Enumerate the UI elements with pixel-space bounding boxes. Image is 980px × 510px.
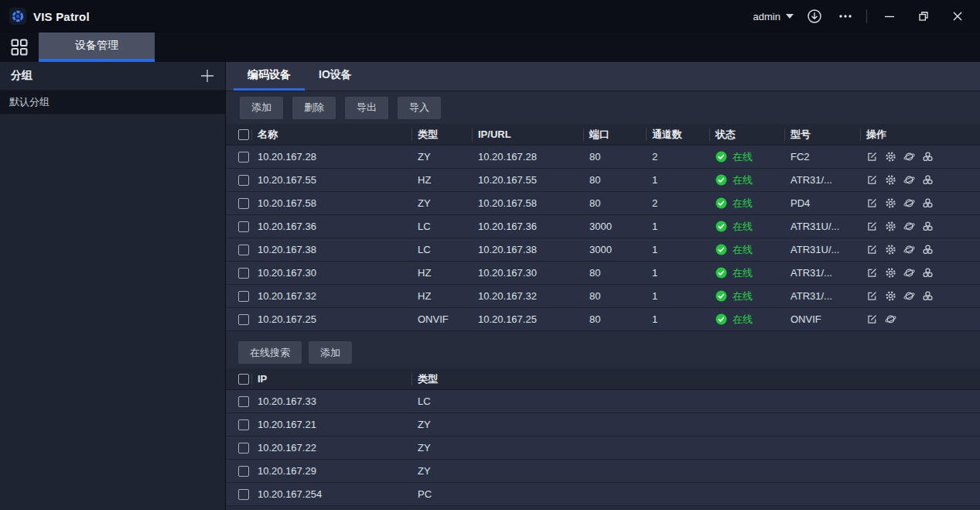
column-header-type: 类型 bbox=[412, 373, 980, 385]
settings-icon[interactable] bbox=[885, 267, 896, 279]
row-checkbox[interactable] bbox=[238, 489, 249, 500]
group-icon[interactable] bbox=[922, 197, 934, 209]
add-device-button[interactable]: 添加 bbox=[240, 97, 283, 119]
channel-icon[interactable] bbox=[903, 221, 915, 232]
settings-icon[interactable] bbox=[885, 290, 896, 302]
searched-ip: 10.20.167.22 bbox=[252, 442, 412, 454]
download-icon[interactable] bbox=[804, 6, 825, 26]
restore-button[interactable] bbox=[912, 5, 935, 27]
device-ip: 10.20.167.32 bbox=[473, 290, 584, 302]
edit-icon[interactable] bbox=[866, 151, 878, 163]
select-all-search-checkbox[interactable] bbox=[238, 374, 249, 385]
table-row[interactable]: 10.20.167.33 LC bbox=[226, 390, 980, 413]
group-icon[interactable] bbox=[922, 174, 934, 186]
group-icon[interactable] bbox=[922, 267, 934, 279]
tab-encoding-devices[interactable]: 编码设备 bbox=[234, 62, 305, 91]
table-row[interactable]: 10.20.167.21 ZY bbox=[226, 413, 980, 436]
row-checkbox[interactable] bbox=[238, 152, 249, 163]
row-checkbox[interactable] bbox=[238, 419, 249, 430]
table-row[interactable]: 10.20.167.36 LC 10.20.167.36 3000 1 在线 A… bbox=[226, 215, 980, 238]
table-row[interactable]: 10.20.167.254 PC bbox=[226, 483, 980, 506]
edit-icon[interactable] bbox=[866, 221, 878, 232]
row-operations bbox=[861, 290, 980, 302]
device-model: ATR31/... bbox=[785, 267, 861, 279]
table-row[interactable]: 10.20.167.29 ZY bbox=[226, 460, 980, 483]
edit-icon[interactable] bbox=[866, 313, 878, 325]
row-checkbox[interactable] bbox=[238, 221, 249, 232]
table-row[interactable]: 10.20.167.55 HZ 10.20.167.55 80 1 在线 ATR… bbox=[226, 169, 980, 192]
online-search-button[interactable]: 在线搜索 bbox=[238, 341, 302, 364]
close-button[interactable] bbox=[946, 5, 969, 27]
import-button[interactable]: 导入 bbox=[398, 97, 441, 119]
row-checkbox[interactable] bbox=[238, 198, 249, 209]
group-icon[interactable] bbox=[922, 221, 934, 232]
select-all-checkbox[interactable] bbox=[238, 129, 249, 140]
row-checkbox[interactable] bbox=[238, 291, 249, 302]
device-status: 在线 bbox=[710, 243, 785, 257]
window-tab-device-management[interactable]: 设备管理 bbox=[39, 33, 155, 62]
edit-icon[interactable] bbox=[866, 197, 878, 209]
settings-icon[interactable] bbox=[885, 197, 896, 209]
channel-icon[interactable] bbox=[903, 151, 915, 163]
channel-icon[interactable] bbox=[903, 197, 915, 209]
group-icon[interactable] bbox=[922, 151, 934, 163]
delete-device-button[interactable]: 删除 bbox=[292, 97, 336, 119]
device-toolbar: 添加 删除 导出 导入 bbox=[226, 91, 980, 124]
table-row[interactable]: 10.20.167.28 ZY 10.20.167.28 80 2 在线 FC2 bbox=[226, 145, 980, 169]
device-type: HZ bbox=[412, 290, 473, 302]
device-status: 在线 bbox=[710, 173, 785, 187]
row-checkbox[interactable] bbox=[238, 396, 249, 407]
row-checkbox[interactable] bbox=[238, 314, 249, 325]
table-row[interactable]: 10.20.167.22 ZY bbox=[226, 436, 980, 460]
searched-type: ZY bbox=[412, 419, 980, 430]
channel-icon[interactable] bbox=[903, 267, 915, 279]
settings-icon[interactable] bbox=[885, 174, 896, 186]
more-options-icon[interactable] bbox=[835, 6, 855, 26]
device-channels: 2 bbox=[647, 151, 710, 163]
user-menu[interactable]: admin bbox=[753, 11, 794, 22]
group-icon[interactable] bbox=[922, 244, 934, 255]
minimize-button[interactable] bbox=[878, 5, 901, 27]
device-channels: 1 bbox=[647, 267, 710, 279]
row-operations bbox=[861, 313, 980, 325]
tab-io-devices[interactable]: IO设备 bbox=[305, 62, 366, 91]
row-checkbox[interactable] bbox=[238, 245, 249, 255]
app-grid-icon[interactable] bbox=[0, 33, 39, 62]
export-button[interactable]: 导出 bbox=[345, 97, 388, 119]
settings-icon[interactable] bbox=[885, 151, 896, 163]
edit-icon[interactable] bbox=[866, 244, 878, 255]
add-searched-button[interactable]: 添加 bbox=[309, 341, 352, 364]
add-group-button[interactable] bbox=[200, 69, 214, 83]
sidebar-item-default-group[interactable]: 默认分组 bbox=[0, 91, 225, 115]
online-status-icon bbox=[715, 197, 727, 209]
row-checkbox[interactable] bbox=[238, 268, 249, 279]
table-row[interactable]: 10.20.167.25 ONVIF 10.20.167.25 80 1 在线 … bbox=[226, 308, 980, 331]
status-label: 在线 bbox=[732, 197, 753, 211]
searched-ip: 10.20.167.29 bbox=[252, 465, 412, 477]
device-status: 在线 bbox=[710, 197, 785, 211]
device-name: 10.20.167.38 bbox=[252, 244, 412, 255]
device-ip: 10.20.167.36 bbox=[473, 221, 584, 232]
table-row[interactable]: 10.20.167.58 ZY 10.20.167.58 80 2 在线 PD4 bbox=[226, 192, 980, 215]
table-row[interactable]: 10.20.167.32 HZ 10.20.167.32 80 1 在线 ATR… bbox=[226, 285, 980, 308]
channel-icon[interactable] bbox=[903, 244, 915, 255]
device-channels: 1 bbox=[647, 221, 710, 232]
channel-icon[interactable] bbox=[903, 290, 915, 302]
settings-icon[interactable] bbox=[885, 244, 896, 255]
edit-icon[interactable] bbox=[866, 290, 878, 302]
channel-icon[interactable] bbox=[903, 174, 915, 186]
table-row[interactable]: 10.20.167.38 LC 10.20.167.38 3000 1 在线 A… bbox=[226, 238, 980, 262]
tab-label: 编码设备 bbox=[248, 68, 291, 82]
row-checkbox[interactable] bbox=[238, 443, 249, 454]
channel-icon[interactable] bbox=[885, 313, 896, 325]
edit-icon[interactable] bbox=[866, 267, 878, 279]
table-row[interactable]: 10.20.167.30 HZ 10.20.167.30 80 1 在线 ATR… bbox=[226, 262, 980, 285]
row-operations bbox=[861, 244, 980, 255]
device-channels: 1 bbox=[647, 313, 710, 325]
row-checkbox[interactable] bbox=[238, 175, 249, 186]
edit-icon[interactable] bbox=[866, 174, 878, 186]
device-name: 10.20.167.58 bbox=[252, 197, 412, 209]
group-icon[interactable] bbox=[922, 290, 934, 302]
settings-icon[interactable] bbox=[885, 221, 896, 232]
row-checkbox[interactable] bbox=[238, 466, 249, 477]
